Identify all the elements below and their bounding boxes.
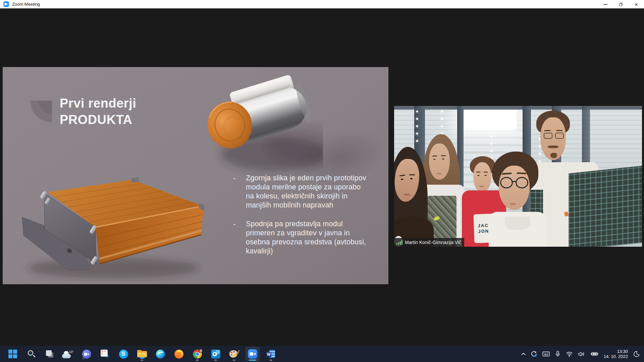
participant-name: Martin Konič-Gimnazija Vič — [405, 240, 461, 245]
wifi-button[interactable] — [566, 351, 573, 357]
running-indicator — [233, 360, 235, 361]
microphone-button[interactable] — [555, 351, 561, 357]
restore-button[interactable] — [613, 0, 629, 9]
zoom-meeting-window: Zoom Meeting × Prvi renderji PRODUKTA — [0, 0, 644, 362]
participant-person — [394, 106, 555, 247]
window-titlebar: Zoom Meeting × — [0, 0, 644, 9]
bullet-item: - Zgornja slika je eden prvih prototipov… — [233, 174, 381, 210]
minimize-icon — [604, 4, 607, 5]
weather-cloud-icon: 13° — [62, 349, 74, 359]
bullet-marker: - — [233, 174, 246, 210]
outlook-button[interactable] — [208, 347, 223, 361]
shared-slide: Prvi renderji PRODUKTA — [3, 67, 388, 284]
windows-taskbar: 13° ✂ S — [0, 346, 644, 362]
active-indicator — [249, 360, 256, 361]
keyboard-icon — [542, 351, 550, 357]
battery-charging-icon — [590, 351, 599, 357]
participant-name-tag: Martin Konič-Gimnazija Vič — [394, 238, 464, 247]
zoom-icon — [248, 349, 257, 359]
window-title: Zoom Meeting — [12, 2, 40, 7]
bullet-item: - Spodnja pa predstavlja modul primeren … — [233, 220, 381, 256]
minimize-button[interactable] — [598, 0, 613, 9]
battery-button[interactable] — [590, 351, 599, 357]
skype-button[interactable]: S — [116, 347, 131, 361]
night-light-button[interactable] — [633, 351, 640, 357]
edge-button[interactable] — [153, 347, 168, 361]
snipping-tool-button[interactable]: ✂ — [98, 347, 112, 361]
system-tray: 13:30 14. 10. 2022 — [521, 346, 644, 362]
search-button[interactable] — [24, 347, 39, 361]
quarter-circle-decoration — [27, 99, 52, 124]
task-view-icon — [45, 350, 54, 358]
chrome-icon — [193, 350, 202, 359]
chrome-profile-avatar — [199, 348, 203, 353]
firefox-button[interactable] — [171, 347, 186, 361]
paint-icon — [229, 350, 239, 358]
start-button[interactable] — [5, 347, 20, 361]
running-indicator — [214, 360, 217, 361]
zoom-app-icon — [3, 1, 9, 7]
meeting-content: Prvi renderji PRODUKTA — [0, 9, 644, 346]
outlook-icon — [211, 350, 220, 359]
clock-date: 14. 10. 2022 — [604, 354, 628, 359]
weather-widget-button[interactable]: 13° — [61, 347, 75, 361]
task-view-button[interactable] — [42, 347, 57, 361]
file-explorer-button[interactable] — [135, 347, 149, 361]
zoom-taskbar-button[interactable] — [245, 347, 260, 361]
bullet-text: Spodnja pa predstavlja modul primeren za… — [246, 220, 366, 256]
word-icon: W — [266, 350, 276, 359]
speaker-icon — [578, 351, 585, 357]
volume-button[interactable] — [578, 351, 585, 357]
bullet-text: Zgornja slika je eden prvih prototipov m… — [246, 174, 366, 210]
windows-logo-icon — [8, 350, 17, 358]
connection-bars-icon — [396, 240, 402, 245]
word-button[interactable]: W — [264, 347, 278, 361]
temperature-badge: 13° — [68, 349, 74, 355]
firefox-icon — [174, 350, 183, 359]
slide-bullet-list: - Zgornja slika je eden prvih prototipov… — [233, 174, 381, 265]
wifi-icon — [566, 351, 573, 357]
sync-icon — [531, 351, 537, 357]
microphone-icon — [555, 351, 561, 357]
snipping-tool-icon: ✂ — [100, 349, 110, 359]
search-icon — [27, 350, 36, 358]
moon-icon — [633, 351, 640, 357]
running-indicator — [196, 360, 199, 361]
file-explorer-icon — [137, 350, 147, 358]
chrome-button[interactable] — [190, 347, 205, 361]
taskbar-clock[interactable]: 13:30 14. 10. 2022 — [604, 349, 628, 359]
running-indicator — [141, 360, 143, 361]
running-indicator — [270, 360, 272, 361]
paint-button[interactable] — [227, 347, 241, 361]
update-sync-button[interactable] — [531, 351, 537, 357]
skype-icon: S — [119, 350, 128, 359]
teams-chat-button[interactable] — [79, 347, 94, 361]
chevron-up-icon — [521, 353, 526, 355]
edge-icon — [156, 350, 165, 359]
restore-icon — [619, 3, 623, 6]
participant-video-tile[interactable]: JACKS JONES Martin K — [394, 106, 642, 247]
bullet-marker: - — [233, 220, 246, 256]
teams-chat-icon — [82, 350, 91, 359]
clock-time: 13:30 — [604, 349, 628, 354]
hidden-icons-chevron[interactable] — [521, 353, 526, 355]
box-render — [13, 174, 214, 282]
slide-title: Prvi renderji PRODUKTA — [60, 95, 136, 128]
close-button[interactable]: × — [629, 0, 644, 9]
touch-keyboard-button[interactable] — [542, 351, 550, 357]
close-icon: × — [635, 2, 638, 7]
